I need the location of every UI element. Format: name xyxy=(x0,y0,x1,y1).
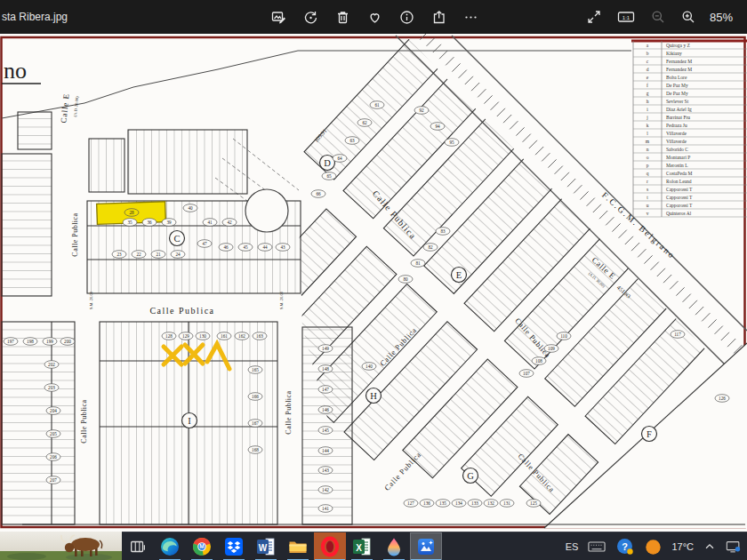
parcel-number: 133 xyxy=(471,500,478,506)
parcel-number: 143 xyxy=(322,468,329,473)
parcel-number: 146 xyxy=(322,407,329,412)
tray-overflow-button[interactable] xyxy=(703,540,716,553)
table-row-name: Capporossi T xyxy=(666,203,693,208)
bottom-strip: M W xyxy=(0,532,747,560)
tray-app-button[interactable] xyxy=(726,540,742,554)
parcel-number: 134 xyxy=(455,500,462,506)
taskbar-chrome[interactable]: M xyxy=(186,532,218,560)
chrome-icon: M xyxy=(191,536,213,557)
street-label: S.M. 20.00 xyxy=(279,291,284,309)
taskbar-photos[interactable] xyxy=(410,532,442,560)
svg-text:M: M xyxy=(199,543,204,549)
block-letter: C xyxy=(173,234,180,244)
table-row-key: g xyxy=(647,91,649,96)
parcel-number: 126 xyxy=(719,396,726,401)
photos-icon xyxy=(415,536,437,557)
parcel-number: 64 xyxy=(337,156,342,161)
parcel-number: 95 xyxy=(449,140,454,145)
table-row-key: s xyxy=(647,187,648,192)
taskbar-edge[interactable] xyxy=(154,532,186,560)
parcel-number: 207 xyxy=(50,477,57,483)
photo-viewer[interactable]: 28 no aQuiroga y ZbKikianycFernandez MdF… xyxy=(0,34,747,532)
parcel-number: 168 xyxy=(252,447,259,452)
table-row-name: Saborido C xyxy=(666,147,688,152)
table-row-key: u xyxy=(647,203,649,208)
parcel-number: 47 xyxy=(202,241,207,246)
parcel-number: 83 xyxy=(440,228,446,234)
parcel-number: 92 xyxy=(419,108,424,113)
zoom-in-button[interactable] xyxy=(679,8,697,26)
table-row-name: Rolon Leand xyxy=(666,179,692,184)
share-icon xyxy=(431,10,446,25)
parcel-number: 45 xyxy=(243,244,248,250)
taskbar-excel[interactable]: X xyxy=(346,532,378,560)
keyboard-button[interactable] xyxy=(588,540,606,554)
language-indicator[interactable]: ES xyxy=(566,541,579,552)
parcel-number: 35 xyxy=(127,220,133,225)
actual-size-button[interactable]: 1:1 xyxy=(615,8,637,26)
fullscreen-button[interactable] xyxy=(585,8,603,26)
taskbar-paint[interactable] xyxy=(378,532,410,560)
block-letter: I xyxy=(188,416,191,426)
table-row-key: n xyxy=(647,147,649,152)
svg-text:W: W xyxy=(259,543,268,553)
help-button[interactable]: ? xyxy=(615,537,635,556)
block-letter: H xyxy=(370,391,377,401)
parcel-number: 148 xyxy=(322,366,329,372)
table-row-key: v xyxy=(647,211,649,216)
parcel-number: 197 xyxy=(7,339,14,344)
parcel-number: 22 xyxy=(136,252,141,257)
parcel-number: 206 xyxy=(50,454,57,460)
chevron-up-icon xyxy=(703,540,716,553)
delete-button[interactable] xyxy=(333,8,352,27)
photos-toolbar xyxy=(269,0,480,34)
parcel-number: 131 xyxy=(503,500,510,506)
share-button[interactable] xyxy=(430,8,448,27)
help-icon: ? xyxy=(615,537,635,556)
map-block xyxy=(2,322,75,524)
parcel-number: 166 xyxy=(252,394,259,399)
taskbar-word[interactable]: W xyxy=(250,532,282,560)
excel-icon: X xyxy=(351,536,373,557)
weather-button[interactable] xyxy=(645,539,662,556)
favorite-button[interactable] xyxy=(365,8,384,27)
windows-taskbar: M W xyxy=(122,532,747,560)
parcel-number: 163 xyxy=(256,333,263,339)
dropbox-icon xyxy=(223,536,245,557)
table-row-name: Villaverde xyxy=(666,139,687,144)
taskbar-dropbox[interactable] xyxy=(218,532,250,560)
table-row-name: Diaz Ariel Ig xyxy=(666,107,692,112)
more-button[interactable] xyxy=(462,8,480,27)
svg-text:28: 28 xyxy=(129,210,134,215)
parcel-number: 161 xyxy=(221,333,228,339)
parcel-number: 203 xyxy=(48,385,55,390)
parcel-number: 140 xyxy=(365,364,373,369)
street-label: S.M. 20.00 xyxy=(89,291,93,309)
parcel-number: 44 xyxy=(262,244,268,250)
table-row-name: Sevlever St xyxy=(666,99,689,104)
parcel-number: 149 xyxy=(322,346,329,351)
street-label: Calle Publica xyxy=(80,399,88,443)
table-row-name: De Paz My xyxy=(666,83,688,88)
edit-image-icon xyxy=(271,10,286,25)
keyboard-icon xyxy=(588,540,606,554)
info-button[interactable] xyxy=(398,8,416,27)
zoom-out-button[interactable] xyxy=(649,8,667,26)
sun-icon xyxy=(645,539,662,556)
edit-image-button[interactable] xyxy=(269,8,288,27)
taskbar-task-view[interactable] xyxy=(122,532,154,560)
parcel-number: 39 xyxy=(166,220,172,225)
table-row-key: k xyxy=(647,123,649,128)
parcel-number: 24 xyxy=(175,252,181,257)
taskbar-explorer[interactable] xyxy=(282,532,314,560)
parcel-number: 136 xyxy=(423,500,430,506)
parcel-number: 202 xyxy=(48,362,55,367)
rotate-button[interactable] xyxy=(301,8,320,27)
taskbar-opera[interactable] xyxy=(314,532,346,560)
parcel-number: 41 xyxy=(207,220,213,225)
plan-title-fragment: no xyxy=(4,58,27,84)
parcel-number: 66 xyxy=(316,191,321,196)
table-row-key: p xyxy=(647,163,649,168)
parcel-number: 200 xyxy=(64,339,71,344)
parcel-number: 110 xyxy=(560,333,567,339)
